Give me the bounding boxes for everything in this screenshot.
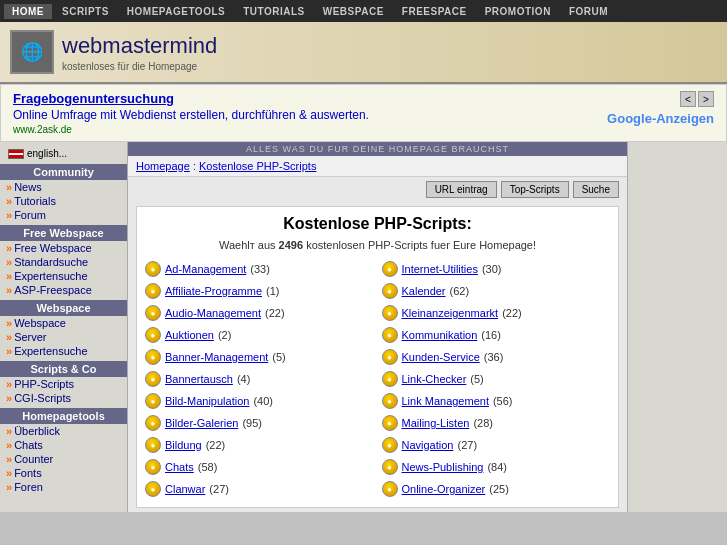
nav-forum[interactable]: Forum (561, 4, 616, 19)
script-link[interactable]: Link-Checker (402, 373, 467, 385)
ad-navigation: < > (680, 91, 714, 107)
script-link[interactable]: Affiliate-Programme (165, 285, 262, 297)
script-item: ●Bannertausch (4) (145, 369, 374, 389)
script-link[interactable]: Navigation (402, 439, 454, 451)
script-item: ●Online-Organizer (25) (382, 479, 611, 499)
script-link[interactable]: Bannertausch (165, 373, 233, 385)
script-item: ●Bild-Manipulation (40) (145, 391, 374, 411)
flag-label[interactable]: english... (27, 148, 67, 159)
script-count: (5) (272, 351, 285, 363)
script-icon: ● (382, 481, 398, 497)
script-icon: ● (145, 305, 161, 321)
script-link[interactable]: Auktionen (165, 329, 214, 341)
sidebar-item-counter[interactable]: Counter (0, 452, 127, 466)
sidebar: english... Community News Tutorials Foru… (0, 142, 128, 512)
script-link[interactable]: Clanwar (165, 483, 205, 495)
script-icon: ● (382, 437, 398, 453)
script-link[interactable]: Internet-Utilities (402, 263, 478, 275)
ad-next-button[interactable]: > (698, 91, 714, 107)
sidebar-item-foren[interactable]: Foren (0, 480, 127, 494)
sidebar-item-news[interactable]: News (0, 180, 127, 194)
right-panel (627, 142, 727, 512)
nav-homepagetools[interactable]: Homepagetools (119, 4, 233, 19)
script-item: ●Banner-Management (5) (145, 347, 374, 367)
sidebar-item-uberblick[interactable]: Überblick (0, 424, 127, 438)
script-count: (22) (206, 439, 226, 451)
script-link[interactable]: Mailing-Listen (402, 417, 470, 429)
suche-button[interactable]: Suche (573, 181, 619, 198)
nav-webspace[interactable]: Webspace (315, 4, 392, 19)
sidebar-item-fonts[interactable]: Fonts (0, 466, 127, 480)
php-subtitle-post: kostenlosen PHP-Scripts fuer Eure Homepa… (303, 239, 536, 251)
script-link[interactable]: Kalender (402, 285, 446, 297)
script-link[interactable]: Banner-Management (165, 351, 268, 363)
sidebar-item-standardsuche[interactable]: Standardsuche (0, 255, 127, 269)
script-link[interactable]: Link Management (402, 395, 489, 407)
content-topbar: ALLES WAS DU FUR DEINE HOMEPAGE BRAUCHST (128, 142, 627, 156)
ad-title[interactable]: Fragebogenuntersuchung (13, 91, 369, 106)
script-count: (4) (237, 373, 250, 385)
script-count: (84) (487, 461, 507, 473)
script-item: ●Ad-Management (33) (145, 259, 374, 279)
script-link[interactable]: Ad-Management (165, 263, 246, 275)
script-item: ●Navigation (27) (382, 435, 611, 455)
url-eintrag-button[interactable]: URL eintrag (426, 181, 497, 198)
sidebar-item-tutorials[interactable]: Tutorials (0, 194, 127, 208)
nav-tutorials[interactable]: Tutorials (235, 4, 313, 19)
sidebar-heading-community: Community (0, 164, 127, 180)
breadcrumb-current[interactable]: Kostenlose PHP-Scripts (199, 160, 316, 172)
script-link[interactable]: Kommunikation (402, 329, 478, 341)
script-link[interactable]: Audio-Management (165, 307, 261, 319)
nav-scripts[interactable]: Scripts (54, 4, 117, 19)
script-icon: ● (382, 349, 398, 365)
sidebar-item-cgi-scripts[interactable]: CGI-Scripts (0, 391, 127, 405)
site-header: 🌐 webmastermind kostenloses für die Home… (0, 22, 727, 84)
script-count: (95) (242, 417, 262, 429)
script-count: (40) (253, 395, 273, 407)
script-icon: ● (382, 283, 398, 299)
script-item: ●Kunden-Service (36) (382, 347, 611, 367)
script-icon: ● (145, 327, 161, 343)
sidebar-item-chats[interactable]: Chats (0, 438, 127, 452)
sidebar-item-free-webspace[interactable]: Free Webspace (0, 241, 127, 255)
nav-freespace[interactable]: Freespace (394, 4, 475, 19)
nav-promotion[interactable]: Promotion (477, 4, 559, 19)
content-area: ALLES WAS DU FUR DEINE HOMEPAGE BRAUCHST… (128, 142, 627, 512)
script-count: (56) (493, 395, 513, 407)
script-link[interactable]: News-Publishing (402, 461, 484, 473)
script-icon: ● (145, 481, 161, 497)
script-link[interactable]: Kunden-Service (402, 351, 480, 363)
top-scripts-button[interactable]: Top-Scripts (501, 181, 569, 198)
sidebar-item-expertensuche[interactable]: Expertensuche (0, 269, 127, 283)
sidebar-item-php-scripts[interactable]: PHP-Scripts (0, 377, 127, 391)
sidebar-item-asp-freespace[interactable]: ASP-Freespace (0, 283, 127, 297)
script-icon: ● (145, 283, 161, 299)
nav-home[interactable]: Home (4, 4, 52, 19)
sidebar-item-server[interactable]: Server (0, 330, 127, 344)
action-row: URL eintrag Top-Scripts Suche (128, 177, 627, 202)
script-count: (28) (473, 417, 493, 429)
logo-text: webmastermind (62, 33, 217, 59)
script-icon: ● (382, 393, 398, 409)
breadcrumb-home[interactable]: Homepage (136, 160, 190, 172)
sidebar-item-webspace[interactable]: Webspace (0, 316, 127, 330)
script-link[interactable]: Bilder-Galerien (165, 417, 238, 429)
script-link[interactable]: Online-Organizer (402, 483, 486, 495)
script-count: (22) (502, 307, 522, 319)
php-subtitle-pre: Waehlт aus (219, 239, 279, 251)
script-item: ●News-Publishing (84) (382, 457, 611, 477)
sidebar-item-forum[interactable]: Forum (0, 208, 127, 222)
sidebar-item-expertensuche2[interactable]: Expertensuche (0, 344, 127, 358)
php-title: Kostenlose PHP-Scripts: (145, 215, 610, 233)
breadcrumb: Homepage : Kostenlose PHP-Scripts (128, 156, 627, 177)
flag-icon (8, 149, 24, 159)
script-icon: ● (382, 415, 398, 431)
script-count: (30) (482, 263, 502, 275)
script-link[interactable]: Kleinanzeigenmarkt (402, 307, 499, 319)
ad-prev-button[interactable]: < (680, 91, 696, 107)
script-link[interactable]: Chats (165, 461, 194, 473)
script-link[interactable]: Bild-Manipulation (165, 395, 249, 407)
script-link[interactable]: Bildung (165, 439, 202, 451)
sidebar-flag: english... (0, 146, 127, 161)
script-item: ●Kleinanzeigenmarkt (22) (382, 303, 611, 323)
